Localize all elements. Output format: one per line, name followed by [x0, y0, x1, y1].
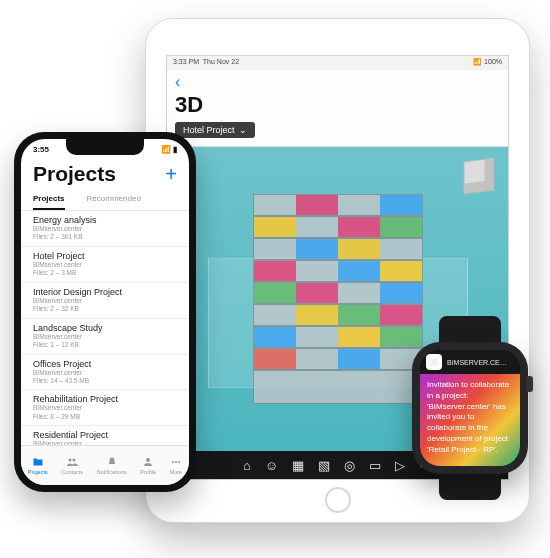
watch-notification[interactable]: Invitation to collaborate in a project: …	[420, 374, 520, 466]
ipad-title: 3D	[175, 92, 500, 118]
camera-icon[interactable]: ◎	[344, 458, 355, 473]
more-icon	[170, 456, 182, 468]
list-item[interactable]: Offices ProjectBIMserver.centerFiles: 14…	[21, 355, 189, 391]
iphone-tabs: Projects Recommended	[21, 190, 189, 211]
person-icon[interactable]: ☺	[265, 458, 278, 473]
layers-icon[interactable]: ▦	[292, 458, 304, 473]
tab-projects-btn[interactable]: Projects	[28, 456, 48, 475]
chevron-down-icon: ⌄	[239, 125, 247, 135]
app-logo-icon: ⌘	[426, 354, 442, 370]
project-selector[interactable]: Hotel Project ⌄	[175, 122, 255, 138]
add-project-button[interactable]: +	[165, 163, 177, 186]
tab-recommended[interactable]: Recommended	[87, 194, 141, 210]
watch-device: ⌘ BIMSERVER.CE… Invitation to collaborat…	[400, 318, 540, 498]
folder-icon	[32, 456, 44, 468]
svg-point-0	[69, 459, 72, 462]
list-item[interactable]: Energy analysisBIMserver.centerFiles: 2 …	[21, 211, 189, 247]
people-icon	[66, 456, 78, 468]
ipad-status-date: Thu Nov 22	[203, 58, 239, 65]
iphone-screen: 3:55 📶 ▮ Projects + Projects Recommended…	[21, 139, 189, 485]
list-item[interactable]: Residential ProjectBIMserver.centerFiles…	[21, 426, 189, 445]
iphone-tabbar: Projects Contacts Notifications Profile …	[21, 445, 189, 485]
grid-icon[interactable]: ▧	[318, 458, 330, 473]
svg-point-3	[172, 461, 174, 463]
iphone-status-time: 3:55	[33, 145, 49, 154]
building-model	[253, 194, 423, 404]
list-item[interactable]: Hotel ProjectBIMserver.centerFiles: 2 – …	[21, 247, 189, 283]
ipad-status-bar: 3:33 PM Thu Nov 22 📶 100%	[167, 56, 508, 70]
ipad-status-time: 3:33 PM	[173, 58, 199, 65]
project-list[interactable]: Energy analysisBIMserver.centerFiles: 2 …	[21, 211, 189, 445]
watch-screen: ⌘ BIMSERVER.CE… Invitation to collaborat…	[420, 350, 520, 466]
orientation-cube[interactable]	[464, 158, 495, 195]
tab-projects[interactable]: Projects	[33, 194, 65, 210]
iphone-device: 3:55 📶 ▮ Projects + Projects Recommended…	[14, 132, 196, 492]
project-pill-label: Hotel Project	[183, 125, 235, 135]
iphone-title: Projects	[33, 162, 116, 186]
home-icon[interactable]: ⌂	[243, 458, 251, 473]
bell-icon	[106, 456, 118, 468]
list-item[interactable]: Landscape StudyBIMserver.centerFiles: 1 …	[21, 319, 189, 355]
tab-profile-btn[interactable]: Profile	[140, 456, 156, 475]
watch-app-name: BIMSERVER.CE…	[447, 359, 507, 366]
back-button[interactable]: ‹	[175, 74, 500, 90]
ipad-status-battery: 100%	[484, 58, 502, 65]
list-item[interactable]: Interior Design ProjectBIMserver.centerF…	[21, 283, 189, 319]
crop-icon[interactable]: ▭	[369, 458, 381, 473]
tab-notifications-btn[interactable]: Notifications	[97, 456, 127, 475]
tab-contacts-btn[interactable]: Contacts	[61, 456, 83, 475]
svg-point-5	[178, 461, 180, 463]
iphone-notch	[66, 139, 144, 155]
ipad-home-button[interactable]	[325, 487, 351, 513]
profile-icon	[142, 456, 154, 468]
iphone-status-right: 📶 ▮	[161, 145, 177, 154]
watch-app-header: ⌘ BIMSERVER.CE…	[420, 350, 520, 374]
watch-case: ⌘ BIMSERVER.CE… Invitation to collaborat…	[412, 342, 528, 474]
watch-crown[interactable]	[526, 376, 533, 392]
list-item[interactable]: Rehabilitation ProjectBIMserver.centerFi…	[21, 390, 189, 426]
svg-point-1	[73, 459, 76, 462]
svg-point-2	[146, 458, 150, 462]
tab-more-btn[interactable]: More	[170, 456, 183, 475]
ipad-header: ‹ 3D Hotel Project ⌄	[167, 70, 508, 147]
svg-point-4	[175, 461, 177, 463]
